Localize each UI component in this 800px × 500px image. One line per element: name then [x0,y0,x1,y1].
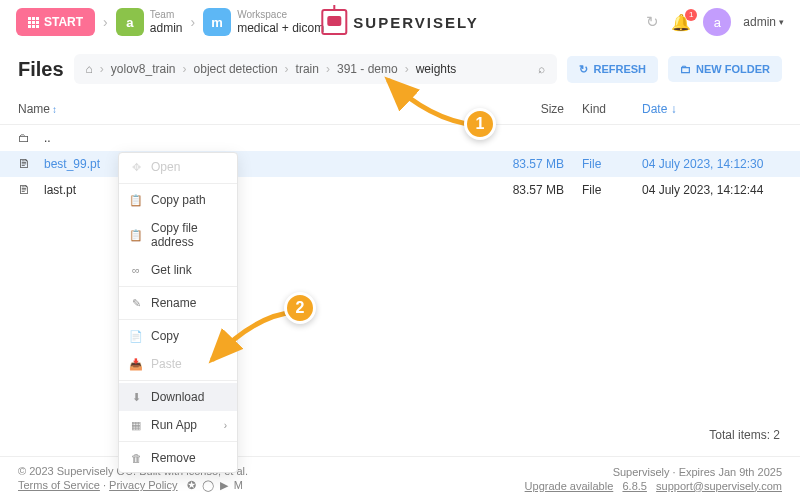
user-menu[interactable]: admin ▾ [743,15,784,29]
menu-open: ✥Open [119,153,237,181]
move-icon: ✥ [129,161,143,174]
upgrade-link[interactable]: Upgrade available [525,480,614,492]
apps-icon: ▦ [129,419,143,432]
page-title: Files [18,58,64,81]
chevron-down-icon: ▾ [779,17,784,27]
github-icon[interactable]: ◯ [202,479,214,492]
chevron-right-icon: › [224,420,227,431]
breadcrumb: ⌂ ›yolov8_train ›object detection ›train… [74,54,558,84]
new-folder-button[interactable]: 🗀NEW FOLDER [668,56,782,82]
youtube-icon[interactable]: ▶ [220,479,228,492]
file-size: 83.57 MB [479,183,564,197]
clipboard-icon: 📋 [129,194,143,207]
workspace-label: Workspace [237,9,324,21]
col-date[interactable]: Date ↓ [642,102,782,116]
robot-icon [321,9,347,35]
menu-rename[interactable]: ✎Rename [119,289,237,317]
chevron-icon: › [103,14,108,30]
brand-name: SUPERVISELY [353,14,478,31]
crumb[interactable]: yolov8_train [111,62,176,76]
sort-icon: ↕ [52,104,57,115]
file-date: 04 July 2023, 14:12:30 [642,157,782,171]
support-link[interactable]: support@supervisely.com [656,480,782,492]
search-icon[interactable]: ⌕ [538,62,545,76]
medium-icon[interactable]: M [234,479,243,492]
notification-badge: 1 [685,9,697,21]
app-header: START › a Team admin › m Workspace medic… [0,0,800,44]
file-kind: File [582,157,632,171]
clipboard-icon: 📋 [129,229,143,242]
team-avatar: a [116,8,144,36]
download-icon: ⬇ [129,391,143,404]
menu-copy-address[interactable]: 📋Copy file address [119,214,237,256]
workspace-avatar: m [203,8,231,36]
workspace-selector[interactable]: m Workspace medical + dicom [203,8,324,36]
total-items: Total items: 2 [709,428,780,442]
brand-logo: SUPERVISELY [321,9,478,35]
tos-link[interactable]: Terms of Service [18,479,100,491]
paste-icon: 📥 [129,358,143,371]
slack-icon[interactable]: ✪ [187,479,196,492]
folder-icon: 🗀 [18,131,34,145]
folder-plus-icon: 🗀 [680,63,691,75]
menu-copy[interactable]: 📄Copy [119,322,237,350]
file-name: best_99.pt [44,157,479,171]
crumb[interactable]: 391 - demo [337,62,398,76]
callout-badge-1: 1 [464,108,496,140]
link-icon: ∞ [129,264,143,276]
crumb-current: weights [416,62,457,76]
brand-line: Supervisely · Expires Jan 9th 2025 [525,466,782,478]
file-kind: File [582,183,632,197]
file-icon: 🖹 [18,183,34,197]
menu-copy-path[interactable]: 📋Copy path [119,186,237,214]
menu-paste: 📥Paste [119,350,237,378]
home-icon[interactable]: ⌂ [86,62,93,76]
crumb[interactable]: object detection [194,62,278,76]
menu-download[interactable]: ⬇Download [119,383,237,411]
bell-icon[interactable]: 🔔1 [671,13,691,32]
col-kind[interactable]: Kind [582,102,632,116]
copy-icon: 📄 [129,330,143,343]
file-size: 83.57 MB [479,157,564,171]
file-name: last.pt [44,183,479,197]
version-link[interactable]: 6.8.5 [622,480,646,492]
path-bar: Files ⌂ ›yolov8_train ›object detection … [0,44,800,94]
callout-badge-2: 2 [284,292,316,324]
team-selector[interactable]: a Team admin [116,8,183,36]
chevron-icon: › [190,14,195,30]
context-menu: ✥Open 📋Copy path 📋Copy file address ∞Get… [118,152,238,473]
start-label: START [44,15,83,29]
menu-run-app[interactable]: ▦Run App› [119,411,237,439]
sort-down-icon: ↓ [671,102,677,116]
refresh-button[interactable]: ↻REFRESH [567,56,658,83]
team-label: Team [150,9,183,21]
menu-get-link[interactable]: ∞Get link [119,256,237,284]
tasks-icon[interactable]: ↻ [646,13,659,31]
table-header: Name↕ Size Kind Date ↓ [0,94,800,125]
pencil-icon: ✎ [129,297,143,310]
col-name[interactable]: Name↕ [18,102,479,116]
team-value: admin [150,21,183,35]
social-icons: ✪ ◯ ▶ M [187,479,243,492]
user-avatar[interactable]: a [703,8,731,36]
start-button[interactable]: START [16,8,95,36]
parent-dir-row[interactable]: 🗀 .. [0,125,800,151]
crumb[interactable]: train [296,62,319,76]
workspace-value: medical + dicom [237,21,324,35]
file-date: 04 July 2023, 14:12:44 [642,183,782,197]
file-icon: 🖹 [18,157,34,171]
trash-icon: 🗑 [129,452,143,464]
refresh-icon: ↻ [579,63,588,76]
grid-icon [28,17,39,28]
privacy-link[interactable]: Privacy Policy [109,479,177,491]
menu-remove[interactable]: 🗑Remove [119,444,237,472]
